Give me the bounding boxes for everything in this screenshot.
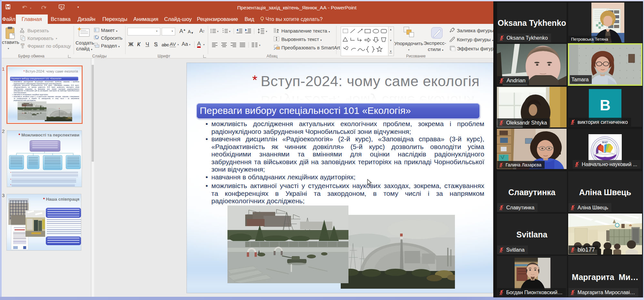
svg-text:A: A xyxy=(277,30,278,34)
svg-text:НАУ: НАУ xyxy=(602,141,608,144)
